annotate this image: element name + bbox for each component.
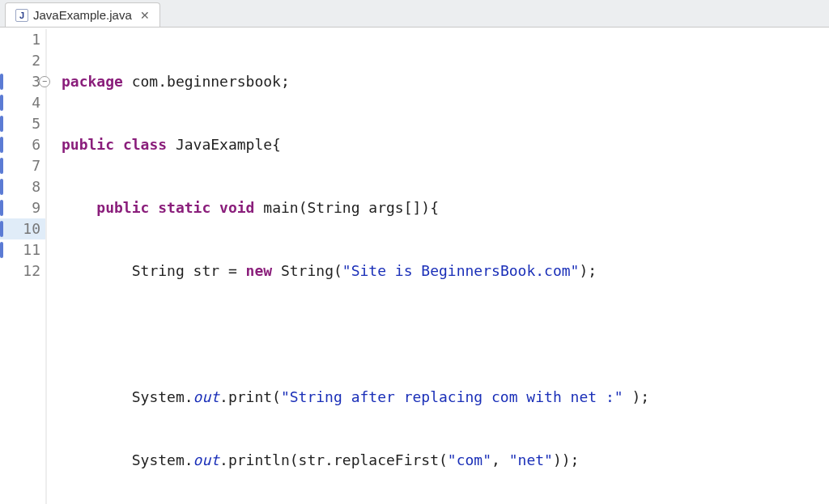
code-line: public static void main(String args[]){ — [62, 197, 829, 218]
line-number: 1 — [0, 29, 40, 50]
java-file-icon: J — [15, 9, 28, 22]
code-line: System.out.print("String after replacing… — [62, 387, 829, 408]
line-number: 5 — [0, 113, 40, 134]
close-tab-icon[interactable]: ✕ — [140, 9, 150, 22]
code-line: public class JavaExample{ — [62, 134, 829, 155]
fold-toggle-icon[interactable]: − — [39, 76, 50, 87]
line-number: 11 — [0, 239, 40, 260]
line-number: 8 — [0, 176, 40, 197]
line-number: 4 — [0, 92, 40, 113]
code-line: String str = new String("Site is Beginne… — [62, 260, 829, 282]
editor-area: J JavaExample.java ✕ 1 2 3− 4 5 6 7 8 9 … — [0, 0, 829, 504]
file-tab-javaexample[interactable]: J JavaExample.java ✕ — [5, 2, 160, 27]
line-number: 3− — [0, 71, 40, 92]
line-number: 9 — [0, 197, 40, 218]
code-line: System.out.println(str.replaceFirst("com… — [62, 450, 829, 471]
line-number: 2 — [0, 50, 40, 71]
code-line — [62, 324, 829, 345]
editor-tab-bar: J JavaExample.java ✕ — [0, 0, 829, 28]
code-content[interactable]: package com.beginnersbook; public class … — [47, 29, 829, 504]
line-number: 12 — [0, 260, 40, 282]
line-number: 10 — [0, 218, 45, 239]
file-tab-label: JavaExample.java — [33, 8, 132, 22]
line-number: 6 — [0, 134, 40, 155]
line-number: 7 — [0, 155, 40, 176]
line-number-gutter: 1 2 3− 4 5 6 7 8 9 10 11 12 — [0, 29, 47, 504]
code-area[interactable]: 1 2 3− 4 5 6 7 8 9 10 11 12 package com.… — [0, 28, 829, 504]
code-line: package com.beginnersbook; — [62, 71, 829, 92]
